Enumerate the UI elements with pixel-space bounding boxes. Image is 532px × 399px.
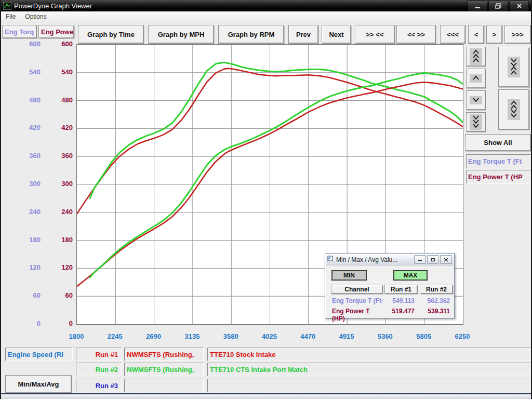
powerdyne-window: PowerDyne Graph Viewer File Options Eng … [0,0,532,399]
run3-label: Run #3 [76,379,122,392]
restore-button[interactable] [488,1,508,11]
tab-eng-power[interactable]: Eng Powe [38,25,74,38]
x-axis-tick: 4915 [330,332,363,341]
pan-left-button[interactable]: < [468,25,484,44]
y-axis-tick-torque: 240 [3,208,41,216]
y-axis-tick-power: 360 [44,152,73,160]
minmax-window: Min / Max / Avg Valu... MIN MAX Channel … [325,253,455,318]
minmax-row-power-channel: Eng Power T (HP) [332,308,384,322]
y-axis-tick-power: 60 [44,291,73,300]
chevrons-expand-icon [508,99,520,120]
run3-description-box [207,379,531,392]
x-channel-box: Engine Speed (RI [5,348,73,361]
y-axis-tick-torque: 420 [3,124,41,132]
y-axis-tick-power: 120 [44,263,73,272]
chevrons-collapse-icon [508,57,520,77]
y-axis-tick-torque: 540 [3,68,41,76]
minmax-window-icon [327,256,334,263]
run2-label: Run #2 [76,363,122,376]
scroll-bottom-button[interactable] [466,112,486,132]
y-axis-tick-power: 240 [44,208,73,216]
run3-file-box [124,379,204,392]
legend-eng-power: Eng Power T (HP [466,170,532,184]
show-all-button[interactable]: Show All [465,134,531,151]
scroll-down-button[interactable] [466,90,486,110]
minmax-close-button[interactable] [440,255,452,264]
window-bottom-edge [1,393,531,399]
graph-by-time-button[interactable]: Graph by Time [78,25,144,44]
y-axis-tick-power: 600 [44,40,73,48]
x-axis-tick: 4025 [253,332,286,341]
run2-file-box: NWMSFTS (Rushing, [124,363,204,376]
minmax-window-title: Min / Max / Avg Valu... [336,256,413,263]
app-icon [3,2,11,10]
y-axis-tick-torque: 0 [3,320,41,328]
column-header-channel[interactable]: Channel [331,285,383,294]
minmax-minimize-button[interactable] [414,255,426,264]
expand-scale-button[interactable] [498,89,529,130]
x-axis-tick: 1800 [60,332,93,341]
pan-right-button[interactable]: > [486,25,502,44]
y-axis-tick-torque: 60 [3,291,41,300]
chevron-down-icon [470,96,482,104]
x-axis-tick: 3135 [176,332,209,341]
scroll-top-button[interactable] [466,47,486,66]
pan-far-right-button[interactable]: >>> [504,25,531,44]
chevron-up-icon [470,74,482,83]
minimize-button[interactable] [468,1,487,11]
scroll-up-button[interactable] [466,69,486,88]
column-header-run1[interactable]: Run #1 [384,285,418,294]
minmax-row-torque-run1: 549.113 [384,297,418,304]
minmax-row-power-run2: 539.311 [420,308,453,315]
series-3 [90,73,463,277]
graph-by-rpm-button[interactable]: Graph by RPM [218,25,284,44]
y-axis-tick-torque: 600 [3,40,41,48]
max-toggle-button[interactable]: MAX [393,270,428,281]
x-axis-tick: 5805 [407,332,441,341]
y-axis-tick-torque: 120 [3,263,41,272]
minmax-row-torque-channel: Eng Torque T (Ft- [332,297,384,304]
y-axis-tick-torque: 480 [3,96,41,104]
legend-eng-torque: Eng Torque T (Ft [466,154,532,168]
menu-options[interactable]: Options [20,12,51,21]
y-axis-tick-power: 180 [44,236,73,244]
run1-file-box: NWMSFTS (Rushing, [124,348,204,361]
x-axis-tick: 2245 [98,332,131,341]
y-axis-tick-torque: 180 [3,236,41,244]
chevrons-down-3-icon [470,114,482,130]
column-header-run2[interactable]: Run #2 [420,285,453,294]
x-axis-tick: 2690 [137,332,170,341]
tab-eng-torque[interactable]: Eng Torq [2,25,37,38]
y-axis-tick-power: 420 [44,124,73,132]
minmax-title-bar[interactable]: Min / Max / Avg Valu... [326,254,454,265]
prev-button[interactable]: Prev [288,25,318,44]
x-axis-tick: 6250 [446,332,479,341]
run2-description-box: TTE710 CTS Intake Port Match [207,363,531,376]
min-toggle-button[interactable]: MIN [331,270,367,281]
close-button[interactable] [509,1,529,11]
run1-description-box: TTE710 Stock Intake [207,348,531,361]
zoom-out-button[interactable]: << >> [396,25,436,44]
minmax-row-power-run1: 519.477 [384,308,418,315]
y-axis-tick-power: 540 [44,68,73,76]
next-button[interactable]: Next [322,25,351,44]
window-title: PowerDyne Graph Viewer [14,2,92,10]
chevrons-up-3-icon [470,48,482,65]
title-bar: PowerDyne Graph Viewer [1,0,531,11]
minmax-restore-button[interactable] [427,255,439,264]
zoom-in-button[interactable]: >> << [355,25,395,44]
y-axis-tick-power: 0 [44,320,73,328]
menu-bar: File Options [1,11,531,22]
pan-far-left-button[interactable]: <<< [440,25,466,44]
y-axis-tick-torque: 360 [3,152,41,160]
y-axis-tick-power: 480 [44,96,73,104]
y-axis-tick-power: 300 [44,180,73,188]
menu-file[interactable]: File [1,12,20,21]
x-axis-tick: 3580 [214,332,247,341]
collapse-scale-button[interactable] [498,47,529,87]
graph-by-mph-button[interactable]: Graph by MPH [148,25,214,44]
run1-label: Run #1 [76,348,122,361]
min-max-avg-button[interactable]: Min/Max/Avg [5,375,72,393]
x-axis-tick: 5360 [368,332,402,341]
y-axis-tick-torque: 300 [3,180,41,188]
